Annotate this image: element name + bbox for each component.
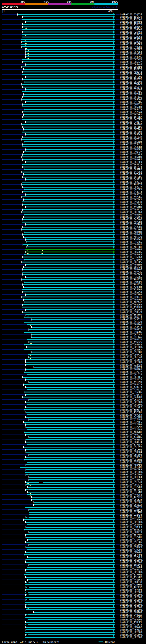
hit-label[interactable]: UniRef100_C3ZYM2 [120,458,146,461]
hit-bar[interactable] [29,419,113,420]
hit-label[interactable]: UniRef100_P40280 [120,123,146,126]
hit-bar[interactable] [21,44,113,45]
hit-bar[interactable] [24,266,113,268]
hit-bar[interactable] [24,69,113,70]
hit-bar[interactable] [22,182,113,182]
hit-label[interactable]: UniRef100_P35063 [120,256,146,258]
hit-bar[interactable] [22,196,113,198]
hit-label[interactable]: UniRef100_C6SZZ2 [120,61,146,63]
hit-bar[interactable] [22,104,113,105]
hit-bar[interactable] [26,542,113,542]
hit-label[interactable]: UniRef100_C3Z781 [120,536,146,538]
hit-bar[interactable] [22,234,113,235]
hit-bar[interactable] [29,329,113,330]
hit-bar[interactable] [22,289,113,290]
hit-bar[interactable] [21,39,113,40]
hit-label[interactable]: UniRef100_A8NHD6 [120,464,146,466]
hit-label[interactable]: UniRef100_B9MZP1 [120,281,146,283]
hit-label[interactable]: UniRef100_Q9LHQ5 [120,541,146,544]
hit-label[interactable]: UniRef100_Q2HU65 [120,41,146,43]
hit-bar[interactable] [22,46,113,47]
hit-label[interactable]: UniRef100_A9PCS9 [120,414,146,416]
hit-label[interactable]: UniRef100_C5WPC4 [120,73,146,76]
hit-bar[interactable] [22,219,113,220]
hit-bar[interactable] [22,132,113,132]
hit-bar[interactable] [29,544,113,545]
hit-label[interactable]: UniRef100_O81826 [120,498,146,501]
hit-label[interactable]: UniRef100_A9PDA6 [120,18,146,20]
hit-bar[interactable] [26,309,113,310]
hit-label[interactable]: UniRef100_B6TMR1 [120,113,146,116]
hit-label[interactable]: UniRef100_UPI000.. [120,591,146,594]
hit-label[interactable]: UniRef100_B9S3Z2 [120,528,146,531]
hit-bar[interactable] [25,584,113,585]
hit-label[interactable]: UniRef100_A9T9D3 [120,293,146,296]
hit-bar[interactable] [26,599,113,600]
hit-bar[interactable] [24,94,113,95]
hit-bar[interactable] [22,116,113,118]
hit-label[interactable]: UniRef100_C6SWA6 [120,63,146,66]
hit-bar[interactable] [26,622,113,623]
hit-bar[interactable] [24,459,113,460]
hit-label[interactable]: UniRef100_Q94F49 [120,28,146,30]
hit-bar[interactable] [22,156,113,158]
hit-bar[interactable] [22,92,113,92]
hit-bar[interactable] [26,534,113,535]
hit-bar[interactable] [34,367,113,368]
hit-bar[interactable] [24,82,113,82]
hit-label[interactable]: UniRef100_Q9ST30 [120,201,146,203]
hit-label[interactable]: UniRef100_Q9LD28 [120,373,146,376]
hit-label[interactable]: UniRef100_C4QLA5 [120,614,146,616]
hit-bar[interactable] [31,337,113,338]
hit-label[interactable]: UniRef100_Q27485 [120,418,146,421]
hit-bar[interactable] [26,562,113,563]
hit-bar[interactable] [25,472,113,473]
hit-label[interactable]: UniRef100_Q5KR85 [120,223,146,226]
hit-bar[interactable] [26,314,113,315]
hit-label[interactable]: UniRef100_B9I7E7 [120,406,146,408]
hit-bar[interactable] [24,349,113,350]
hit-bar[interactable] [26,89,113,90]
hit-bar[interactable] [26,294,113,295]
hit-label[interactable]: UniRef100_A7R219 [120,388,146,391]
hit-label[interactable]: UniRef100_O74268 [120,518,146,521]
hit-bar[interactable] [26,76,113,78]
hit-label[interactable]: UniRef100_P69139 [120,628,146,631]
hit-bar[interactable] [24,332,113,332]
hit-bar[interactable] [26,469,113,470]
hit-bar[interactable] [24,287,113,288]
hit-label[interactable]: UniRef100_Q84NJ4 [120,441,146,444]
hit-bar[interactable] [23,16,113,17]
hit-bar[interactable] [26,527,113,528]
hit-bar[interactable] [26,427,113,428]
hit-bar[interactable] [24,392,113,392]
hit-bar[interactable] [20,467,113,468]
hit-label[interactable]: UniRef100_C3Z761 [120,516,146,518]
hit-label[interactable]: UniRef100_Q677E4 [120,51,146,53]
hit-bar[interactable] [24,129,113,130]
hit-label[interactable]: UniRef100_B4FJK0 [120,118,146,120]
hit-label[interactable]: UniRef100_B9T4D5 [120,91,146,93]
hit-bar[interactable] [24,554,113,555]
hit-label[interactable]: UniRef100_A9PHC6 [120,253,146,256]
hit-label[interactable]: UniRef100_B8LN64 [120,228,146,231]
hit-label[interactable]: UniRef100_B5YMW7 [120,534,146,536]
hit-label[interactable]: UniRef100_B6UIQ0 [120,323,146,326]
hit-bar[interactable] [26,56,113,57]
hit-bar[interactable] [27,462,113,462]
hit-label[interactable]: UniRef100_UPI000.. [120,601,146,604]
hit-label[interactable]: UniRef100_A7SNV0 [120,538,146,541]
hit-label[interactable]: UniRef100_P35064 [120,288,146,291]
hit-label[interactable]: UniRef100_Q013K4 [120,476,146,478]
hit-bar[interactable] [24,529,113,530]
hit-label[interactable]: UniRef100_UPI000.. [120,634,146,636]
hit-bar[interactable] [26,594,113,595]
hit-bar[interactable] [22,112,113,112]
hit-label[interactable]: UniRef100_UPI000.. [120,521,146,524]
hit-label[interactable]: UniRef100_B9RXV4 [120,366,146,368]
hit-bar[interactable] [24,232,113,232]
hit-label[interactable]: UniRef100_A9NQY2 [120,70,146,73]
hit-label[interactable]: UniRef100_A7P108 [120,416,146,418]
hit-bar[interactable] [27,346,113,348]
hit-bar[interactable] [25,604,113,605]
